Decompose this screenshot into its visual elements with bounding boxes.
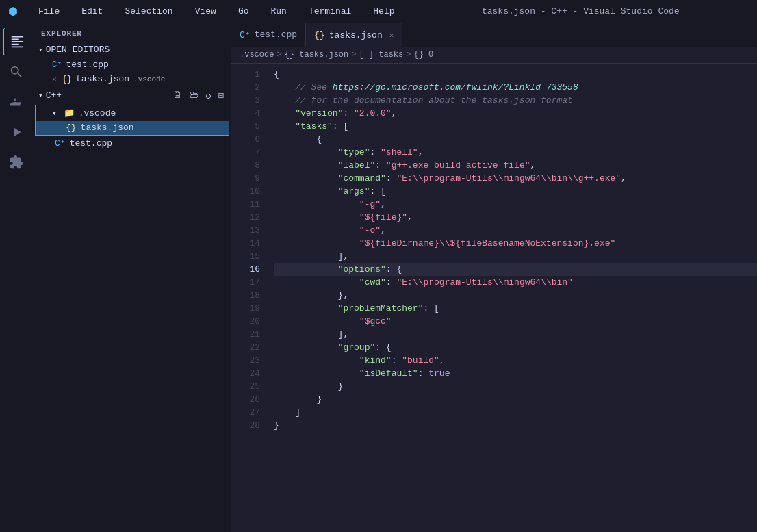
code-line-15: ], bbox=[274, 250, 757, 263]
open-editors-label: OPEN EDITORS bbox=[46, 45, 110, 55]
code-line-6: { bbox=[274, 133, 757, 146]
code-line-28: } bbox=[274, 419, 757, 432]
open-editor-test-cpp-label: test.cpp bbox=[66, 60, 108, 70]
open-editor-test-cpp[interactable]: C⁺ test.cpp bbox=[33, 58, 231, 72]
tab-close-icon[interactable]: ✕ bbox=[389, 31, 394, 40]
code-line-22: "group": { bbox=[274, 341, 757, 354]
tab-tasks-json[interactable]: {} tasks.json ✕ bbox=[306, 23, 402, 47]
menu-file[interactable]: File bbox=[34, 5, 64, 18]
code-line-13: "-o", bbox=[274, 224, 757, 237]
activity-bar bbox=[0, 23, 33, 532]
breadcrumb-sep-3: > bbox=[406, 50, 411, 60]
cxx-project-actions: 🗎 🗁 ↺ ⊟ bbox=[170, 89, 226, 102]
activity-source-control-icon[interactable] bbox=[3, 88, 30, 116]
test-cpp-tree-item[interactable]: C⁺ test.cpp bbox=[33, 136, 231, 151]
code-content[interactable]: { // See https://go.microsoft.com/fwlink… bbox=[266, 64, 757, 532]
activity-search-icon[interactable] bbox=[3, 58, 30, 86]
window-title: tasks.json - C++ - Visual Studio Code bbox=[413, 6, 749, 16]
code-line-12: "${file}", bbox=[274, 211, 757, 224]
tab-json-icon: {} bbox=[314, 30, 325, 40]
open-editors-header[interactable]: ▾ OPEN EDITORS bbox=[33, 42, 231, 58]
code-line-10: "args": [ bbox=[274, 185, 757, 198]
vscode-folder-chevron-icon: ▾ bbox=[52, 109, 57, 118]
activity-explorer-icon[interactable] bbox=[3, 28, 30, 55]
title-bar: ⬢ File Edit Selection View Go Run Termin… bbox=[0, 0, 757, 23]
vscode-folder-item[interactable]: ▾ 📁 .vscode bbox=[36, 105, 229, 121]
close-tasks-json-icon[interactable]: ✕ bbox=[52, 75, 57, 84]
breadcrumb-vscode[interactable]: .vscode bbox=[240, 50, 274, 60]
breadcrumb-tasks[interactable]: [ ] tasks bbox=[359, 50, 403, 60]
code-line-1: { bbox=[274, 68, 757, 81]
code-line-14: "${fileDirname}\\${fileBasenameNoExtensi… bbox=[274, 237, 757, 250]
code-line-26: } bbox=[274, 393, 757, 406]
breadcrumb-sep-1: > bbox=[277, 50, 281, 60]
tab-test-cpp-label: test.cpp bbox=[255, 29, 297, 40]
cxx-project-section: ▾ C++ 🗎 🗁 ↺ ⊟ ▾ 📁 .vscode {} tas bbox=[33, 86, 231, 151]
menu-view[interactable]: View bbox=[191, 5, 220, 18]
new-file-icon[interactable]: 🗎 bbox=[170, 89, 184, 102]
code-line-27: ] bbox=[274, 406, 757, 419]
menu-selection[interactable]: Selection bbox=[120, 5, 177, 18]
cxx-project-label: C++ bbox=[46, 90, 62, 101]
vscode-logo-icon: ⬢ bbox=[8, 5, 18, 18]
tasks-json-tree-icon: {} bbox=[66, 123, 77, 133]
code-line-21: ], bbox=[274, 328, 757, 341]
code-line-5: "tasks": [ bbox=[274, 120, 757, 133]
code-line-17: "cwd": "E:\\program-Utils\\mingw64\\bin" bbox=[274, 276, 757, 289]
activity-extensions-icon[interactable] bbox=[3, 149, 30, 176]
code-line-24: "isDefault": true bbox=[274, 367, 757, 380]
breadcrumb-sep-2: > bbox=[351, 50, 356, 60]
code-line-16: "options": { bbox=[274, 263, 757, 276]
code-line-2: // See https://go.microsoft.com/fwlink/?… bbox=[274, 81, 757, 94]
code-line-11: "-g", bbox=[274, 198, 757, 211]
code-line-23: "kind": "build", bbox=[274, 354, 757, 367]
tasks-json-folder-label: .vscode bbox=[133, 75, 165, 84]
test-cpp-tree-icon: C⁺ bbox=[55, 138, 66, 149]
folder-icon: 📁 bbox=[64, 107, 75, 118]
menu-go[interactable]: Go bbox=[234, 5, 253, 18]
cxx-project-header[interactable]: ▾ C++ 🗎 🗁 ↺ ⊟ bbox=[33, 86, 231, 105]
open-editors-section: ▾ OPEN EDITORS C⁺ test.cpp ✕ {} tasks.js… bbox=[33, 42, 231, 86]
code-line-7: "type": "shell", bbox=[274, 146, 757, 159]
vscode-folder-group: ▾ 📁 .vscode {} tasks.json bbox=[36, 105, 229, 135]
code-editor[interactable]: 1234567891011121314151617181920212223242… bbox=[231, 64, 757, 532]
menu-help[interactable]: Help bbox=[369, 5, 398, 18]
code-line-9: "command": "E:\\program-Utils\\mingw64\\… bbox=[274, 172, 757, 185]
menu-terminal[interactable]: Terminal bbox=[305, 5, 355, 18]
sidebar-title: EXPLORER bbox=[33, 23, 231, 42]
menu-edit[interactable]: Edit bbox=[77, 5, 107, 18]
tab-cpp-icon: C⁺ bbox=[240, 29, 251, 40]
code-line-25: } bbox=[274, 380, 757, 393]
code-line-18: }, bbox=[274, 289, 757, 302]
sidebar: EXPLORER ▾ OPEN EDITORS C⁺ test.cpp ✕ {}… bbox=[33, 23, 231, 532]
code-line-19: "problemMatcher": [ bbox=[274, 302, 757, 315]
breadcrumb: .vscode > {} tasks.json > [ ] tasks > {}… bbox=[231, 47, 757, 64]
open-editor-tasks-json-label: tasks.json bbox=[76, 74, 129, 84]
code-line-20: "$gcc" bbox=[274, 315, 757, 328]
breadcrumb-0[interactable]: {} 0 bbox=[413, 50, 433, 60]
editor-area: C⁺ test.cpp {} tasks.json ✕ .vscode > {}… bbox=[231, 23, 757, 532]
main-layout: EXPLORER ▾ OPEN EDITORS C⁺ test.cpp ✕ {}… bbox=[0, 23, 757, 532]
code-line-4: "version": "2.0.0", bbox=[274, 107, 757, 120]
activity-run-debug-icon[interactable] bbox=[3, 118, 30, 146]
line-numbers: 1234567891011121314151617181920212223242… bbox=[231, 64, 266, 532]
cpp-file-icon: C⁺ bbox=[52, 60, 62, 70]
collapse-all-icon[interactable]: ⊟ bbox=[216, 89, 226, 102]
tab-test-cpp[interactable]: C⁺ test.cpp bbox=[231, 23, 306, 47]
code-line-3: // for the documentation about the tasks… bbox=[274, 94, 757, 107]
tasks-json-file-item[interactable]: {} tasks.json bbox=[36, 121, 229, 135]
test-cpp-tree-label: test.cpp bbox=[70, 138, 112, 149]
new-folder-icon[interactable]: 🗁 bbox=[187, 89, 201, 102]
open-editor-tasks-json[interactable]: ✕ {} tasks.json .vscode bbox=[33, 72, 231, 86]
menu-run[interactable]: Run bbox=[266, 5, 290, 18]
breadcrumb-tasks-json[interactable]: {} tasks.json bbox=[285, 50, 349, 60]
open-editors-chevron-icon: ▾ bbox=[38, 45, 43, 54]
vscode-folder-label: .vscode bbox=[79, 108, 116, 118]
cxx-chevron-icon: ▾ bbox=[38, 91, 43, 100]
code-line-8: "label": "g++.exe build active file", bbox=[274, 159, 757, 172]
tasks-json-tree-label: tasks.json bbox=[81, 123, 134, 133]
tab-tasks-json-label: tasks.json bbox=[329, 30, 383, 40]
refresh-icon[interactable]: ↺ bbox=[203, 89, 213, 102]
json-file-icon: {} bbox=[62, 75, 72, 84]
editor-tabs: C⁺ test.cpp {} tasks.json ✕ bbox=[231, 23, 757, 47]
